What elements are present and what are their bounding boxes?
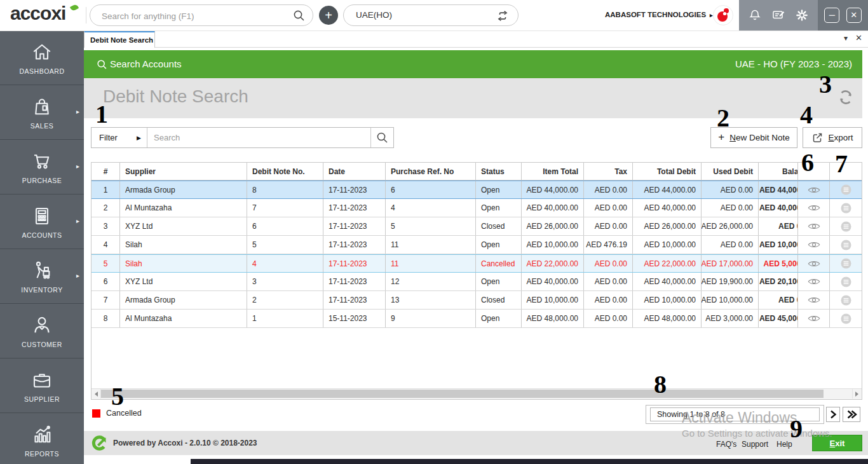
row-menu-icon[interactable] bbox=[830, 255, 862, 272]
sidebar-item-dashboard[interactable]: DASHBOARD bbox=[0, 31, 84, 85]
scrollbar-thumb[interactable] bbox=[101, 390, 824, 398]
refresh-icon[interactable] bbox=[836, 88, 855, 107]
cell-date: 17-11-2023 bbox=[323, 181, 386, 198]
column-header-num[interactable]: # bbox=[92, 163, 120, 180]
table-row[interactable]: 4Silah517-11-202311OpenAED 10,000.00AED … bbox=[92, 236, 862, 254]
view-icon[interactable] bbox=[798, 199, 830, 217]
column-header-tax[interactable]: Tax bbox=[584, 163, 633, 180]
filter-dropdown[interactable]: Filter ▶ bbox=[92, 128, 147, 147]
row-menu-icon[interactable] bbox=[830, 199, 862, 217]
cell-item_total: AED 26,000.00 bbox=[522, 217, 584, 235]
cell-debit_note_no: 5 bbox=[247, 236, 323, 254]
cell-total_debit: AED 40,000.00 bbox=[633, 199, 702, 217]
view-icon[interactable] bbox=[798, 217, 830, 235]
app-footer: Powered by Accoxi - 2.0.10 © 2018-2023 F… bbox=[84, 431, 868, 455]
cell-debit_note_no: 4 bbox=[247, 255, 323, 272]
tab-debit-note-search[interactable]: Debit Note Search bbox=[84, 31, 155, 48]
view-icon[interactable] bbox=[798, 273, 830, 290]
column-header-icons bbox=[798, 163, 830, 180]
sidebar-item-label: CUSTOMER bbox=[22, 341, 62, 348]
filter-expand-icon: ▶ bbox=[137, 135, 141, 141]
notifications-bell-icon[interactable] bbox=[747, 8, 763, 23]
avatar[interactable] bbox=[713, 5, 733, 25]
cell-item_total: AED 40,000.00 bbox=[522, 273, 584, 290]
column-header-used_debit[interactable]: Used Debit bbox=[702, 163, 759, 180]
switch-branch-icon[interactable] bbox=[496, 10, 509, 22]
chevron-right-icon: ▸ bbox=[76, 272, 79, 279]
column-header-date[interactable]: Date bbox=[323, 163, 386, 180]
sidebar-item-label: SALES bbox=[31, 122, 53, 130]
column-header-icons bbox=[830, 163, 862, 180]
column-header-supplier[interactable]: Supplier bbox=[120, 163, 247, 180]
view-icon[interactable] bbox=[798, 255, 830, 272]
table-search-button[interactable] bbox=[370, 128, 393, 147]
column-header-balance[interactable]: Balance bbox=[759, 163, 798, 180]
table-row[interactable]: 7Armada Group217-11-202313ClosedAED 10,0… bbox=[92, 291, 862, 310]
cell-tax: AED 0.00 bbox=[584, 291, 633, 309]
quick-add-button[interactable]: + bbox=[319, 6, 338, 25]
tab-close-icon[interactable]: ✕ bbox=[855, 33, 862, 43]
cell-num: 6 bbox=[92, 273, 120, 290]
table-row[interactable]: 1Armada Group817-11-20236OpenAED 44,000.… bbox=[92, 181, 862, 199]
last-page-button[interactable] bbox=[843, 407, 860, 422]
exit-button[interactable]: Exit bbox=[812, 435, 862, 451]
support-link[interactable]: Support bbox=[742, 440, 768, 449]
row-menu-icon[interactable] bbox=[830, 273, 862, 290]
minimize-icon[interactable]: ─ bbox=[824, 8, 839, 23]
horizontal-scrollbar[interactable] bbox=[92, 388, 862, 399]
legend-color-swatch bbox=[92, 409, 100, 418]
view-icon[interactable] bbox=[798, 291, 830, 309]
export-button[interactable]: Export bbox=[803, 127, 862, 148]
global-search-input[interactable] bbox=[100, 8, 287, 24]
cell-debit_note_no: 8 bbox=[247, 181, 323, 198]
sidebar-item-accounts[interactable]: ACCOUNTS ▸ bbox=[0, 194, 84, 249]
faq-link[interactable]: FAQ's bbox=[716, 440, 736, 449]
row-menu-icon[interactable] bbox=[830, 236, 862, 254]
cell-total_debit: AED 10,000.00 bbox=[633, 291, 702, 309]
branch-selector[interactable]: UAE(HO) bbox=[343, 4, 519, 26]
table-row[interactable]: 8Al Muntazaha115-11-20239OpenAED 48,000.… bbox=[92, 310, 862, 328]
table-row[interactable]: 5Silah417-11-202311CancelledAED 22,000.0… bbox=[92, 254, 862, 273]
sidebar-item-inventory[interactable]: INVENTORY ▸ bbox=[0, 249, 84, 304]
scroll-right-icon[interactable] bbox=[852, 389, 862, 399]
column-header-item_total[interactable]: Item Total bbox=[522, 163, 584, 180]
row-menu-icon[interactable] bbox=[830, 217, 862, 235]
column-header-purchase_ref[interactable]: Purchase Ref. No bbox=[386, 163, 476, 180]
cell-status: Open bbox=[476, 199, 522, 217]
table-row[interactable]: 2Al Muntazaha717-11-20234OpenAED 40,000.… bbox=[92, 199, 862, 217]
header-icon-group bbox=[739, 0, 818, 31]
next-page-button[interactable] bbox=[826, 407, 840, 422]
sidebar-item-purchase[interactable]: PURCHASE ▸ bbox=[0, 140, 84, 194]
column-header-status[interactable]: Status bbox=[476, 163, 522, 180]
row-menu-icon[interactable] bbox=[830, 310, 862, 327]
cell-supplier: Al Muntazaha bbox=[120, 310, 247, 327]
settings-gear-icon[interactable] bbox=[794, 8, 810, 23]
sidebar-item-customer[interactable]: CUSTOMER bbox=[0, 304, 84, 358]
new-debit-note-button[interactable]: + New Debit Note bbox=[710, 127, 797, 148]
scroll-left-icon[interactable] bbox=[92, 389, 101, 399]
search-accounts-bar[interactable]: Search Accounts UAE - HO (FY 2023 - 2023… bbox=[84, 50, 862, 78]
view-icon[interactable] bbox=[798, 236, 830, 254]
sidebar-item-supplier[interactable]: SUPPLIER bbox=[0, 358, 84, 413]
tab-list-dropdown-icon[interactable]: ▾ bbox=[844, 34, 848, 43]
close-icon[interactable]: ✕ bbox=[846, 8, 862, 23]
row-menu-icon[interactable] bbox=[830, 181, 862, 198]
view-icon[interactable] bbox=[798, 181, 830, 198]
global-search bbox=[90, 4, 313, 26]
column-header-total_debit[interactable]: Total Debit bbox=[633, 163, 702, 180]
column-header-debit_note_no[interactable]: Debit Note No. bbox=[247, 163, 323, 180]
cell-total_debit: AED 10,000.00 bbox=[633, 236, 702, 254]
sidebar-item-reports[interactable]: REPORTS bbox=[0, 413, 84, 464]
sidebar-item-sales[interactable]: SALES ▸ bbox=[0, 85, 84, 140]
search-icon[interactable] bbox=[293, 10, 305, 22]
row-menu-icon[interactable] bbox=[830, 291, 862, 309]
cell-total_debit: AED 26,000.00 bbox=[633, 217, 702, 235]
help-link[interactable]: Help bbox=[776, 440, 792, 449]
table-search-input[interactable] bbox=[147, 128, 370, 147]
table-row[interactable]: 6XYZ Ltd317-11-202312OpenAED 40,000.00AE… bbox=[92, 273, 862, 291]
view-icon[interactable] bbox=[798, 310, 830, 327]
company-menu[interactable]: AABASOFT TECHNOLOGIES▸ bbox=[605, 11, 713, 18]
messages-icon[interactable] bbox=[771, 8, 786, 23]
table-row[interactable]: 3XYZ Ltd617-11-20235ClosedAED 26,000.00A… bbox=[92, 217, 862, 236]
cell-purchase_ref: 4 bbox=[386, 199, 476, 217]
